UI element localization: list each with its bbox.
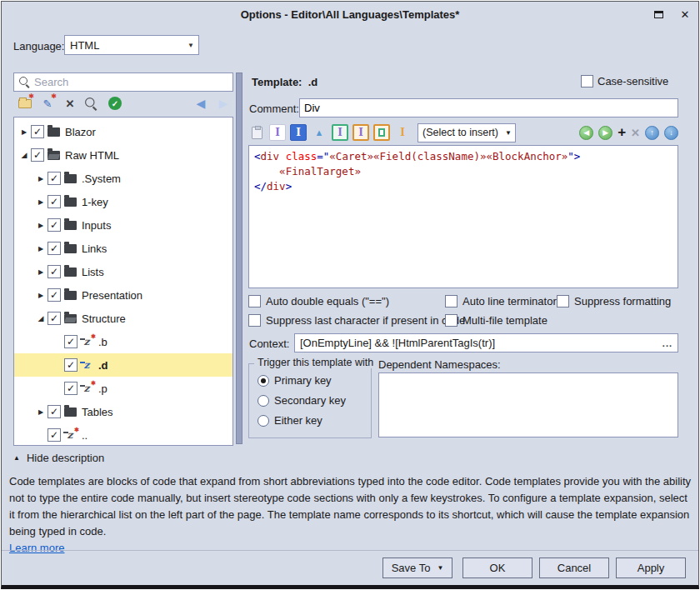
radio-secondary-key[interactable]: Secondary key bbox=[258, 394, 346, 407]
tree-item-presentation[interactable]: ▶✓Presentation bbox=[14, 283, 232, 307]
item-checkbox[interactable]: ✓ bbox=[31, 125, 44, 138]
item-checkbox[interactable]: ✓ bbox=[48, 265, 61, 278]
search-box[interactable] bbox=[13, 72, 233, 92]
item-checkbox[interactable]: ✓ bbox=[31, 148, 44, 162]
tree-item--system[interactable]: ▶✓.System bbox=[14, 167, 232, 190]
close-button[interactable]: ✕ bbox=[672, 4, 698, 24]
comment-field[interactable] bbox=[299, 98, 678, 118]
hide-description-toggle[interactable]: ▲ Hide description bbox=[13, 452, 104, 464]
option-suppress-last-character[interactable]: Suppress last character if present in co… bbox=[248, 314, 465, 327]
checkbox[interactable] bbox=[248, 295, 261, 308]
item-checkbox[interactable]: ✓ bbox=[48, 428, 61, 442]
expand-arrow-icon[interactable]: ▶ bbox=[34, 292, 48, 299]
item-checkbox[interactable]: ✓ bbox=[48, 195, 61, 208]
prev-field-button[interactable]: ◀ bbox=[579, 126, 593, 140]
expand-arrow-icon[interactable]: ◢ bbox=[18, 151, 31, 159]
nested-field-button[interactable] bbox=[373, 124, 390, 141]
delete-button[interactable]: ✕ bbox=[62, 95, 78, 112]
linked-field-button[interactable]: I bbox=[352, 124, 369, 141]
cancel-button[interactable]: Cancel bbox=[539, 558, 609, 578]
item-checkbox[interactable]: ✓ bbox=[64, 358, 78, 372]
item-checkbox[interactable]: ✓ bbox=[48, 288, 61, 302]
new-folder-icon bbox=[18, 99, 32, 108]
hide-description-label: Hide description bbox=[27, 452, 104, 464]
remove-button[interactable]: ✕ bbox=[631, 127, 640, 139]
option-auto-double-equals[interactable]: Auto double equals ("==") bbox=[248, 295, 389, 308]
add-button[interactable]: + bbox=[618, 124, 626, 141]
optional-marker-button[interactable]: I bbox=[394, 124, 411, 141]
block-anchor-button[interactable]: ▲ bbox=[311, 124, 328, 141]
new-category-button[interactable]: ✱ bbox=[17, 95, 33, 112]
radio-primary-key[interactable]: Primary key bbox=[258, 374, 332, 387]
checkbox[interactable] bbox=[557, 295, 569, 308]
item-checkbox[interactable]: ✓ bbox=[48, 172, 61, 185]
language-dropdown[interactable]: HTML ▼ bbox=[64, 35, 199, 55]
context-more-button[interactable]: ... bbox=[662, 338, 672, 348]
item-checkbox[interactable]: ✓ bbox=[48, 312, 61, 325]
move-down-button[interactable]: ↓ bbox=[664, 126, 678, 140]
option-auto-line-terminator[interactable]: Auto line terminator bbox=[445, 295, 557, 308]
option-multi-file-template[interactable]: Multi-file template bbox=[445, 314, 548, 327]
tree-item-tables[interactable]: ▶✓Tables bbox=[14, 400, 232, 423]
tree-item-1-key[interactable]: ▶✓1-key bbox=[14, 190, 232, 213]
tree-item-raw-html[interactable]: ◢✓Raw HTML bbox=[14, 143, 232, 167]
caret-marker-button[interactable]: I bbox=[290, 124, 307, 141]
new-template-button[interactable]: ✎ ✱ bbox=[39, 95, 56, 112]
next-field-button[interactable]: ▶ bbox=[598, 126, 612, 140]
tree-item-structure[interactable]: ◢✓Structure bbox=[14, 307, 232, 330]
tree-item-links[interactable]: ▶✓Links bbox=[14, 237, 232, 260]
template-code-editor[interactable]: <div class="«Caret»«Field(className)»«Bl… bbox=[248, 145, 678, 288]
maximize-button[interactable] bbox=[645, 4, 672, 24]
case-sensitive-option[interactable]: Case-sensitive bbox=[581, 75, 668, 88]
tree-item-label: Inputs bbox=[82, 219, 111, 232]
ok-button[interactable]: OK bbox=[462, 558, 532, 578]
dependent-namespaces-area[interactable] bbox=[378, 372, 678, 438]
paste-button[interactable] bbox=[248, 124, 265, 141]
radio-button[interactable] bbox=[258, 375, 269, 387]
text-field-button[interactable]: I bbox=[269, 124, 286, 141]
expand-arrow-icon[interactable]: ▶ bbox=[34, 222, 48, 229]
expand-arrow-icon[interactable]: ◢ bbox=[34, 314, 48, 322]
expand-arrow-icon[interactable]: ▶ bbox=[34, 175, 48, 182]
radio-button[interactable] bbox=[258, 415, 269, 427]
apply-button[interactable]: Apply bbox=[616, 558, 686, 578]
expand-arrow-icon[interactable]: ▶ bbox=[34, 268, 48, 276]
navigate-back-button[interactable]: ◀ bbox=[192, 95, 209, 112]
case-sensitive-checkbox[interactable] bbox=[581, 75, 593, 88]
item-checkbox[interactable]: ✓ bbox=[64, 335, 78, 348]
radio-either-key[interactable]: Either key bbox=[258, 414, 322, 427]
item-checkbox[interactable]: ✓ bbox=[48, 218, 61, 232]
insert-dropdown[interactable]: (Select to insert) ▼ bbox=[418, 123, 516, 142]
context-field[interactable]: [OnEmptyLine] && ![HtmlParentTagIs(tr)] … bbox=[294, 333, 678, 352]
tree-item-inputs[interactable]: ▶✓Inputs bbox=[14, 213, 232, 237]
comment-input[interactable] bbox=[300, 102, 678, 114]
tree-item-blazor[interactable]: ▶✓Blazor bbox=[14, 120, 232, 143]
item-checkbox[interactable]: ✓ bbox=[48, 405, 61, 418]
item-checkbox[interactable]: ✓ bbox=[48, 242, 61, 255]
checkbox[interactable] bbox=[445, 314, 458, 327]
tree-item--b[interactable]: ✓z.b bbox=[14, 330, 232, 353]
expand-arrow-icon[interactable]: ▶ bbox=[18, 128, 31, 136]
tree-item--[interactable]: ✓z.. bbox=[14, 423, 232, 446]
search-input[interactable] bbox=[34, 76, 229, 88]
tree-item--p[interactable]: ✓z.p bbox=[14, 377, 232, 400]
expand-arrow-icon[interactable]: ▶ bbox=[34, 408, 48, 416]
navigate-forward-button[interactable]: ▶ bbox=[215, 95, 232, 112]
template-tree[interactable]: ▶✓Blazor◢✓Raw HTML▶✓.System▶✓1-key▶✓Inpu… bbox=[13, 117, 233, 446]
apply-check-button[interactable]: ✓ bbox=[107, 95, 123, 112]
checkbox[interactable] bbox=[445, 295, 458, 308]
radio-button[interactable] bbox=[258, 395, 269, 407]
expand-arrow-icon[interactable]: ▶ bbox=[34, 198, 48, 206]
panel-splitter[interactable] bbox=[236, 72, 242, 444]
item-checkbox[interactable]: ✓ bbox=[64, 382, 78, 395]
move-up-button[interactable]: ↑ bbox=[645, 126, 659, 140]
find-button[interactable] bbox=[84, 95, 101, 112]
checkbox[interactable] bbox=[248, 314, 261, 327]
tree-item--d[interactable]: ✓z.d bbox=[14, 353, 232, 377]
option-suppress-formatting[interactable]: Suppress formatting bbox=[557, 295, 671, 308]
tree-item-lists[interactable]: ▶✓Lists bbox=[14, 260, 232, 283]
ibeam-selected-icon: I bbox=[296, 127, 301, 138]
field-marker-button[interactable]: I bbox=[332, 124, 348, 141]
save-to-button[interactable]: Save To ▼ bbox=[382, 558, 452, 578]
expand-arrow-icon[interactable]: ▶ bbox=[34, 245, 48, 252]
